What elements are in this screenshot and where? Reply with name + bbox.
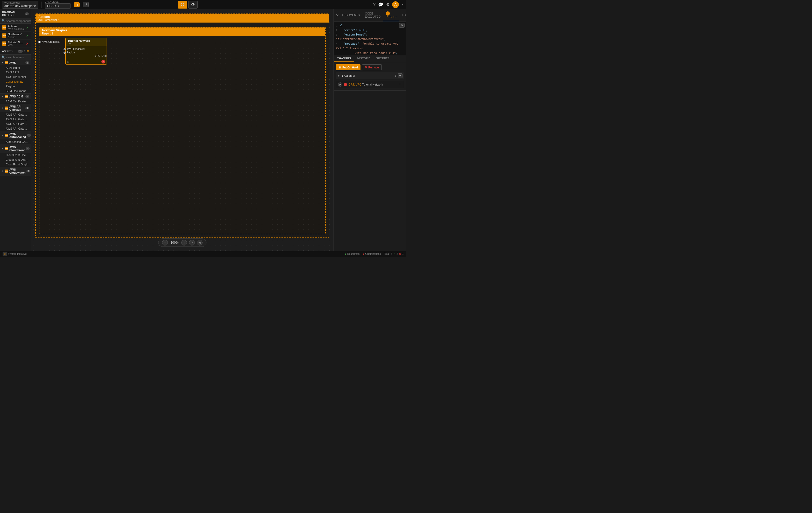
asset-region[interactable]: Region [0,84,31,89]
aws-logo-3: aws [2,41,6,46]
cred-port-dot [38,41,41,43]
cred-port-label: AWS Credential [42,40,60,43]
region-frame: Northern Virginia Region: 1 AWS Credenti… [39,27,326,234]
asset-api-gw-route[interactable]: AWS API Gateway Route [0,122,31,126]
asset-group-autoscaling-header[interactable]: ▼ aws AWS AutoScaling 1 [0,131,31,140]
sub-tab-changes[interactable]: CHANGES [334,55,354,62]
outline-item-northern-virginia[interactable]: aws Northern Virginia Region ✓ [0,32,31,40]
apigw-group-logo: aws [5,107,8,110]
resources-label: Resources [347,252,360,255]
crt-prefix: CRT: VPC [349,83,362,86]
asset-cf-origin[interactable]: CloudFront Origin [0,162,31,167]
asset-group-cloudfront-header[interactable]: ▼ aws AWS CloudFront 3 [0,144,31,153]
assets-help-icon[interactable]: ? [24,50,25,53]
changeset-selector[interactable]: HEAD ▼ [45,3,71,8]
outline-item-tutorial-network[interactable]: aws Tutorial Network VPC ✕ [0,40,31,48]
aws-group-items: ARN String AWS ARN AWS Credential Caller… [0,65,31,93]
tab-result[interactable]: 1RESULT [383,9,399,21]
component-search-bar[interactable]: 🔍 ⊞ [0,19,31,24]
asset-group-cloudwatch-header[interactable]: ▼ aws AWS Cloudwatch 1 [0,167,31,175]
diagram-nav-button[interactable] [178,1,187,8]
action-item[interactable]: ▶ CRT: VPC Tutorial Network ⋮ [336,81,404,88]
region-frame-subtitle: Region: 1 [42,32,323,35]
asset-aws-arn[interactable]: AWS ARN [0,70,31,74]
qualifications-status[interactable]: ● Qualifications [363,252,381,255]
tab-arguments[interactable]: ARGUMENTS [339,11,362,19]
qualifications-err-icon: ● [363,252,365,255]
canvas-area[interactable]: Actions AWS Credential: 1 Northern Virgi… [31,9,334,251]
tab-code-executed[interactable]: CODE EXECUTED [362,10,383,21]
asset-api-gw-integration[interactable]: AWS API Gateway Integration [0,117,31,122]
assets-filter-icon[interactable]: ⊞ [26,50,29,53]
copy-button[interactable]: ⧉ [399,23,405,28]
svg-rect-2 [181,5,182,6]
settings-icon[interactable]: ⚙ [386,2,389,7]
region-frame-title: Northern Virginia Region: 1 [39,28,325,36]
code-area-wrapper: 1{ 2 "error": null, 3 "executionId": "01… [334,22,406,55]
tab-logs[interactable]: LOGS [399,11,406,19]
outline-item-actions[interactable]: aws Actions AWS Credential ✓ [0,24,31,32]
assets-search-bar[interactable]: 🔍 ⊞ [0,55,31,60]
zoom-in-button[interactable]: + [181,240,187,245]
asset-api-gw[interactable]: AWS API Gateway [0,112,31,117]
resources-status[interactable]: ● Resources [345,252,360,255]
asset-cf-distribution[interactable]: CloudFront Distribution [0,157,31,162]
h-button[interactable]: H [74,2,80,7]
search-components-input[interactable] [6,20,31,23]
user-menu-chevron[interactable]: ▼ [402,3,404,6]
help-zoom-button[interactable]: ? [189,240,195,245]
sub-tab-secrets[interactable]: SECRETS [373,55,393,62]
asset-acm-certificate[interactable]: ACM Certificate [0,99,31,104]
asset-autoscaling-group[interactable]: AutoScaling Group [0,140,31,144]
aws-group-count: 6 [25,61,29,64]
workspace-selector[interactable]: WORKSPACE: adam's dev workspace [2,1,38,8]
assets-search-icon: 🔍 [2,56,5,59]
output-dot [105,55,107,57]
chevron-icon-autoscaling: ▼ [2,134,4,137]
action-group-header[interactable]: ▼ 1 Action(s) 1 + [336,72,404,79]
si-logo: SI System Initiative [3,252,27,256]
err-count: ✕ [399,252,401,255]
actions-frame: Actions AWS Credential: 1 Northern Virgi… [35,13,329,238]
remove-button[interactable]: ✕ Remove [362,64,382,70]
fit-view-button[interactable]: ◎ [197,240,203,245]
refresh-button[interactable]: ↺ [83,2,89,7]
diagram-outline-badge: 3 [25,12,29,15]
changeset-name: HEAD [47,4,56,8]
action-menu-button[interactable]: ⋮ [398,83,402,87]
assets-list: ▼ aws AWS 6 ARN String AWS ARN AWS Crede… [0,60,31,251]
search-assets-input[interactable] [6,56,31,59]
apigw-group-count: 4 [25,107,29,110]
si-icon: SI [3,252,7,256]
asset-aws-credential[interactable]: AWS Credential [0,74,31,79]
acm-group-count: 1 [25,95,29,98]
asset-group-aws-header[interactable]: ▼ aws AWS 6 [0,60,31,65]
vpc-node[interactable]: Tutorial Network VPC AWS Credential Regi… [65,38,107,64]
asset-group-acm-header[interactable]: ▼ aws AWS ACM 1 [0,94,31,99]
discord-icon[interactable]: 💬 [378,2,383,7]
sub-tab-history[interactable]: HISTORY [354,55,373,62]
region-title-text: Northern Virginia [42,29,323,32]
error-dot: ✕ [102,60,105,63]
asset-group-api-gw-header[interactable]: ▼ aws AWS API Gateway 4 [0,104,31,112]
asset-arn-string[interactable]: ARN String [0,65,31,70]
panel-close-button[interactable]: ✕ [336,13,339,18]
put-on-hold-button[interactable]: ⏸ Put On Hold [336,64,360,70]
asset-api-gw-stage[interactable]: AWS API Gateway Stage [0,126,31,131]
aws-logo-2: aws [2,33,6,38]
remove-icon: ✕ [365,66,367,69]
zoom-out-button[interactable]: − [162,240,168,245]
zoom-percentage: 100% [170,241,179,244]
asset-caller-identity[interactable]: Caller Identity [0,79,31,84]
help-icon[interactable]: ? [373,2,376,7]
analyze-nav-button[interactable] [188,1,198,8]
vpc-output: VPC ID [68,55,105,57]
status-ok-icon: ✓ [26,26,29,30]
play-action-button[interactable]: ▶ [338,83,342,87]
asset-ssm-document[interactable]: SSM Document [0,89,31,93]
avatar[interactable]: A [392,1,399,8]
actions-section: ⏸ Put On Hold ✕ Remove ▼ 1 Action(s) 1 +… [334,62,406,91]
assets-title: ASSETS [2,50,17,53]
asset-cf-cache[interactable]: CloudFront Cache Behaviour [0,153,31,157]
add-action-button[interactable]: + [398,73,403,78]
